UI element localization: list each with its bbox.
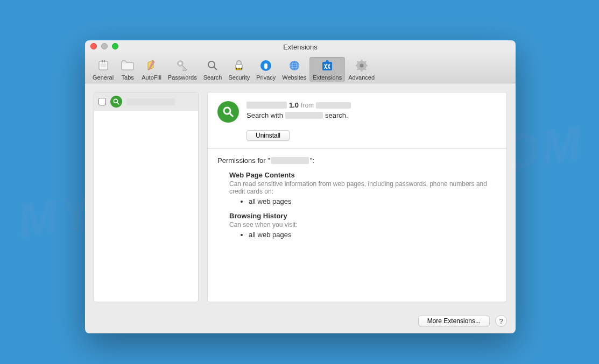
- permission-list-item: all web pages: [249, 197, 497, 205]
- svg-line-35: [117, 102, 119, 104]
- toolbar-label: Search: [203, 74, 222, 81]
- svg-rect-13: [237, 68, 238, 69]
- autofill-icon: [144, 58, 159, 73]
- preferences-window: Extensions General Tabs AutoFill: [85, 40, 516, 333]
- permission-heading: Browsing History: [229, 212, 497, 220]
- window-title: Extensions: [283, 41, 318, 51]
- privacy-icon: [258, 58, 273, 73]
- toolbar-label: Websites: [282, 74, 306, 81]
- toolbar-security[interactable]: Security: [225, 57, 253, 82]
- permission-description: Can see when you visit:: [229, 221, 497, 229]
- extension-list-item[interactable]: [94, 92, 198, 111]
- toolbar-privacy[interactable]: Privacy: [253, 57, 279, 82]
- toolbar-general[interactable]: General: [89, 57, 117, 82]
- svg-line-32: [357, 68, 359, 70]
- help-button[interactable]: ?: [495, 315, 507, 327]
- extension-name-redacted: [246, 102, 287, 109]
- titlebar: Extensions: [85, 40, 516, 52]
- uninstall-button[interactable]: Uninstall: [246, 130, 290, 141]
- permission-block: Browsing History Can see when you visit:…: [229, 212, 497, 239]
- from-label: from: [301, 102, 314, 109]
- svg-rect-15: [240, 68, 241, 69]
- svg-point-25: [360, 64, 363, 68]
- svg-point-23: [326, 60, 329, 63]
- extension-icon: [110, 96, 122, 108]
- permissions-section: Permissions for " ": Web Page Contents C…: [208, 148, 506, 246]
- extension-version: 1.0: [289, 101, 299, 109]
- desc-redacted: [285, 112, 323, 119]
- svg-line-37: [229, 113, 233, 117]
- advanced-icon: [354, 58, 369, 73]
- svg-rect-4: [122, 63, 133, 70]
- perm-title-redacted: [271, 157, 309, 164]
- permission-list: all web pages: [249, 197, 497, 205]
- extensions-icon: [320, 58, 335, 73]
- permission-heading: Web Page Contents: [229, 171, 497, 179]
- extension-author-redacted: [316, 102, 351, 109]
- extensions-sidebar: [94, 92, 199, 302]
- toolbar-label: Passwords: [168, 74, 197, 81]
- more-extensions-button[interactable]: More Extensions...: [418, 316, 490, 326]
- permissions-title: Permissions for " ":: [217, 156, 497, 165]
- svg-line-30: [357, 61, 359, 63]
- desc-suffix: search.: [325, 111, 348, 119]
- toolbar-advanced[interactable]: Advanced: [345, 57, 378, 82]
- toolbar-autofill[interactable]: AutoFill: [138, 57, 165, 82]
- svg-rect-3: [101, 63, 106, 67]
- minimize-window-button[interactable]: [101, 43, 108, 49]
- svg-rect-14: [238, 68, 239, 69]
- toolbar-passwords[interactable]: Passwords: [165, 57, 200, 82]
- toolbar-label: AutoFill: [142, 74, 161, 81]
- zoom-window-button[interactable]: [112, 43, 118, 49]
- extension-title-line: 1.0 from: [246, 101, 497, 109]
- security-icon: [231, 58, 246, 73]
- svg-line-33: [364, 61, 366, 63]
- general-icon: [96, 58, 111, 73]
- toolbar-label: General: [93, 74, 114, 81]
- preferences-toolbar: General Tabs AutoFill Passwords: [85, 52, 516, 83]
- toolbar-extensions[interactable]: Extensions: [309, 57, 345, 82]
- traffic-lights: [90, 43, 118, 49]
- toolbar-label: Extensions: [313, 74, 342, 81]
- svg-line-31: [364, 68, 366, 70]
- passwords-icon: [175, 58, 190, 73]
- extension-info: 1.0 from Search with search.: [246, 101, 497, 119]
- close-window-button[interactable]: [90, 43, 97, 49]
- permission-list: all web pages: [249, 231, 497, 239]
- tabs-icon: [120, 58, 135, 73]
- svg-rect-2: [104, 60, 105, 62]
- search-icon: [205, 58, 220, 73]
- permission-description: Can read sensitive information from web …: [229, 180, 497, 195]
- uninstall-row: Uninstall: [208, 130, 506, 148]
- content-area: 1.0 from Search with search. Uninstall P: [85, 83, 516, 311]
- extension-header: 1.0 from Search with search.: [208, 92, 506, 130]
- permission-block: Web Page Contents Can read sensitive inf…: [229, 171, 497, 205]
- toolbar-label: Advanced: [348, 74, 375, 81]
- extension-description: Search with search.: [246, 111, 497, 119]
- websites-icon: [287, 58, 302, 73]
- desc-prefix: Search with: [246, 111, 283, 119]
- perm-title-suffix: ":: [310, 156, 314, 165]
- svg-line-8: [214, 67, 217, 70]
- footer-bar: More Extensions... ?: [85, 311, 516, 333]
- extension-enable-checkbox[interactable]: [98, 98, 106, 105]
- svg-point-6: [179, 62, 181, 65]
- svg-rect-1: [102, 60, 103, 62]
- toolbar-label: Tabs: [122, 74, 134, 81]
- toolbar-label: Privacy: [256, 74, 276, 81]
- toolbar-label: Security: [228, 74, 250, 81]
- extension-details-panel: 1.0 from Search with search. Uninstall P: [207, 92, 507, 302]
- extension-name-redacted: [126, 98, 175, 105]
- toolbar-websites[interactable]: Websites: [279, 57, 309, 82]
- permission-list-item: all web pages: [249, 231, 497, 239]
- toolbar-tabs[interactable]: Tabs: [117, 57, 138, 82]
- toolbar-search[interactable]: Search: [200, 57, 225, 82]
- extension-icon-large: [217, 101, 239, 123]
- perm-title-prefix: Permissions for ": [217, 156, 270, 165]
